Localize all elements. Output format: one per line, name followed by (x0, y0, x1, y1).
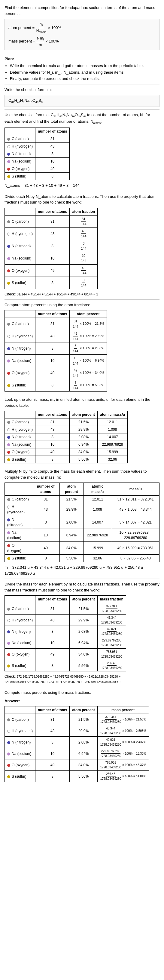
atomic-mass-table: number of atoms atom percent atomic mass… (5, 410, 128, 463)
atom-percent-formula: atom percent = NiNatoms × 100% (8, 22, 156, 34)
check-fractions: Check: 31/144 + 43/144 + 3/144 + 10/144 … (5, 291, 159, 297)
plan-item-2: Determine values for N_i, m_i, N_atoms, … (10, 70, 159, 75)
chemical-formula: C31H43N3Na10O49S8 (8, 97, 156, 104)
col-atom-fraction: atom fraction (70, 208, 98, 215)
mass-fractions-table: number of atoms atom percent mass fracti… (5, 595, 126, 671)
chemical-formula-box: C31H43N3Na10O49S8 (5, 95, 159, 107)
col-atom-percent-7: atom percent (70, 706, 97, 714)
main-content: Find the elemental composition for fonda… (5, 5, 159, 782)
col-element-4 (5, 411, 35, 418)
col-atom-percent-4: atom percent (70, 411, 97, 418)
atoms-table: number of atoms C (carbon)31H (hydrogen)… (5, 127, 70, 180)
plan-item-1: Write the chemical formula and gather at… (10, 63, 159, 69)
col-element-6 (5, 596, 35, 603)
intro-text: Find the elemental composition for fonda… (5, 5, 159, 16)
col-mass-u: mass/u (112, 483, 159, 496)
col-element-2 (5, 208, 35, 215)
col-atom-percent-6: atom percent (70, 596, 97, 603)
col-element-7 (5, 706, 35, 714)
col-n-atoms-5: number of atoms (32, 483, 59, 496)
col-atomic-mass: atomic mass/u (97, 411, 127, 418)
check-mass-fractions: Check: 372.341/1728.03469280 + 43.344/17… (5, 674, 159, 684)
col-atom-percent-5: atom percent (59, 483, 83, 496)
compute-header: Compute mass percents using the mass fra… (5, 690, 159, 696)
col-element-3 (5, 310, 35, 318)
use-formula-text: Use the chemical formula, C31H43N3Na10O4… (5, 112, 159, 125)
plan-item-3: Finally, compute the percents and check … (10, 76, 159, 82)
lookup-header: Look up the atomic mass, mᵢ, in unified … (5, 397, 159, 408)
col-n-atoms-6: number of atoms (35, 596, 70, 603)
m-equation: m = 372.341 u + 43.344 u + 42.021 u + 22… (5, 565, 159, 576)
col-mass-percent: mass percent (97, 706, 149, 714)
col-element-5 (5, 483, 32, 496)
answer-label: Answer: (5, 698, 159, 704)
col-n-atoms-7: number of atoms (35, 706, 70, 714)
n-atoms-eq: N_atoms = 31 + 43 + 3 + 10 + 49 + 8 = 14… (5, 183, 159, 189)
col-n-atoms-3: number of atoms (35, 310, 70, 318)
col-element (5, 128, 35, 135)
formula-box-atom: atom percent = NiNatoms × 100% mass perc… (5, 19, 159, 50)
col-n-atoms-2: number of atoms (35, 208, 70, 215)
write-formula-header: Write the chemical formula: (5, 87, 159, 93)
plan-header: Plan: (5, 56, 159, 62)
multiply-header: Multiply Nᵢ by mᵢ to compute the mass fo… (5, 468, 159, 480)
answer-table: number of atoms atom percent mass percen… (5, 706, 149, 782)
atom-fractions-table: number of atoms atom fraction C (carbon)… (5, 208, 98, 289)
mass-percent-formula: mass percent = Nimim × 100% (8, 36, 156, 48)
col-n-atoms: number of atoms (35, 128, 70, 135)
divide-header: Divide each Nᵢ by N_atoms to calculate a… (5, 194, 159, 205)
compare-header: Compare atom percents using the atom fra… (5, 302, 159, 308)
col-atomic-mass-5: atomic mass/u (83, 483, 112, 496)
divide-mass-header: Divide the mass for each element by m to… (5, 581, 159, 593)
col-mass-fraction: mass fraction (97, 596, 126, 603)
atom-percents-table: number of atoms atom percent C (carbon)3… (5, 310, 107, 391)
col-n-atoms-4: number of atoms (35, 411, 70, 418)
col-atom-percent: atom percent (70, 310, 107, 318)
plan-list: Write the chemical formula and gather at… (10, 63, 159, 82)
mass-u-table: number of atoms atom percent atomic mass… (5, 482, 159, 562)
